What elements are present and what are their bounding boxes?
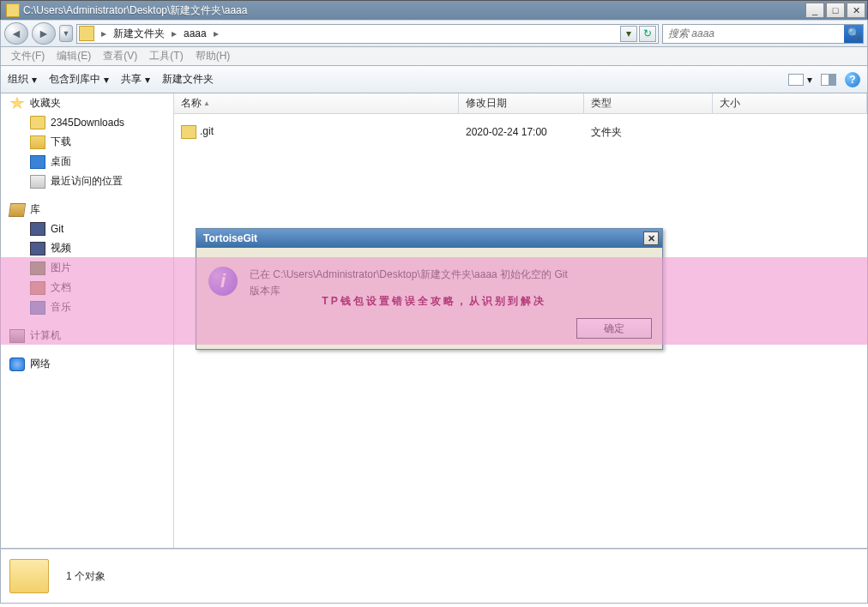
file-size — [713, 130, 867, 134]
folder-icon — [30, 116, 45, 129]
dialog-message: 已在 C:\Users\Administrator\Desktop\新建文件夹\… — [250, 267, 568, 299]
desktop-icon — [30, 155, 45, 169]
pictures-icon — [30, 261, 45, 275]
file-name: .git — [200, 125, 214, 137]
git-icon — [30, 222, 45, 236]
help-icon[interactable]: ? — [845, 72, 860, 87]
address-bar[interactable]: ▸ 新建文件夹 ▸ aaaa ▸ ▾ ↻ — [76, 24, 659, 44]
dialog-title: TortoiseGit — [203, 232, 257, 244]
include-library-button[interactable]: 包含到库中▾ — [49, 72, 109, 87]
sidebar-item-documents[interactable]: 文档 — [1, 278, 173, 297]
menu-bar: 文件(F) 编辑(E) 查看(V) 工具(T) 帮助(H) — [0, 47, 868, 66]
chevron-down-icon: ▾ — [807, 74, 812, 86]
sidebar-libraries[interactable]: 库 — [1, 200, 173, 219]
folder-icon — [9, 559, 49, 593]
sidebar-item-git[interactable]: Git — [1, 219, 173, 238]
sort-asc-icon: ▲ — [203, 99, 210, 107]
breadcrumb-item[interactable]: aaaa — [180, 26, 210, 41]
status-bar: 1 个对象 — [0, 549, 868, 604]
search-box[interactable]: 🔍 — [662, 24, 864, 44]
library-icon — [9, 203, 26, 217]
back-button[interactable]: ◄ — [4, 22, 28, 45]
sidebar-item-pictures[interactable]: 图片 — [1, 258, 173, 278]
close-button[interactable]: ✕ — [847, 3, 865, 18]
menu-tools[interactable]: 工具(T) — [144, 47, 188, 65]
download-icon — [30, 135, 45, 149]
info-icon: i — [208, 267, 238, 296]
col-date[interactable]: 修改日期 — [459, 93, 584, 113]
sidebar: 收藏夹 2345Downloads 下载 桌面 最近访问的位置 库 Git 视频… — [1, 93, 174, 548]
dialog-title-bar[interactable]: TortoiseGit ✕ — [196, 229, 662, 248]
status-text: 1 个对象 — [66, 569, 105, 584]
documents-icon — [30, 281, 45, 295]
column-headers: 名称 ▲ 修改日期 类型 大小 — [174, 93, 867, 114]
organize-button[interactable]: 组织▾ — [8, 72, 37, 87]
tortoisegit-dialog: TortoiseGit ✕ i 已在 C:\Users\Administrato… — [196, 228, 663, 350]
chevron-down-icon: ▾ — [145, 74, 150, 86]
search-button[interactable]: 🔍 — [844, 25, 863, 43]
preview-pane-button[interactable] — [821, 74, 836, 86]
chevron-right-icon[interactable]: ▸ — [98, 26, 110, 41]
window-titlebar: C:\Users\Administrator\Desktop\新建文件夹\aaa… — [0, 0, 868, 20]
file-row[interactable]: .git 2020-02-24 17:00 文件夹 — [174, 123, 867, 141]
window-title: C:\Users\Administrator\Desktop\新建文件夹\aaa… — [23, 3, 804, 18]
ok-button[interactable]: 确定 — [576, 318, 652, 339]
view-options-button[interactable]: ▾ — [788, 74, 812, 86]
sidebar-item-music[interactable]: 音乐 — [1, 297, 173, 317]
video-icon — [30, 242, 45, 255]
file-date: 2020-02-24 17:00 — [459, 124, 584, 140]
col-size[interactable]: 大小 — [713, 93, 867, 113]
breadcrumb-item[interactable]: 新建文件夹 — [110, 25, 168, 43]
sidebar-item-downloads[interactable]: 下载 — [1, 132, 173, 152]
menu-view[interactable]: 查看(V) — [98, 47, 142, 65]
network-icon — [9, 358, 25, 371]
share-button[interactable]: 共享▾ — [121, 72, 150, 87]
nav-row: ◄ ► ▼ ▸ 新建文件夹 ▸ aaaa ▸ ▾ ↻ 🔍 — [0, 20, 868, 47]
folder-icon — [79, 26, 94, 41]
address-dropdown[interactable]: ▾ — [620, 26, 637, 42]
maximize-button[interactable]: □ — [826, 3, 845, 18]
chevron-right-icon[interactable]: ▸ — [210, 26, 222, 41]
chevron-down-icon: ▾ — [104, 74, 109, 86]
minimize-button[interactable]: _ — [805, 3, 824, 18]
dialog-close-button[interactable]: ✕ — [643, 231, 659, 245]
sidebar-network[interactable]: 网络 — [1, 354, 173, 374]
recent-icon — [30, 175, 45, 189]
menu-edit[interactable]: 编辑(E) — [51, 47, 96, 65]
star-icon — [9, 97, 25, 111]
sidebar-item-recent[interactable]: 最近访问的位置 — [1, 171, 173, 191]
folder-icon — [6, 3, 20, 17]
folder-icon — [181, 125, 196, 139]
menu-file[interactable]: 文件(F) — [6, 47, 50, 65]
sidebar-favorites[interactable]: 收藏夹 — [1, 93, 173, 113]
refresh-button[interactable]: ↻ — [639, 26, 656, 42]
history-dropdown[interactable]: ▼ — [59, 25, 73, 42]
sidebar-computer[interactable]: 计算机 — [1, 326, 173, 346]
computer-icon — [9, 329, 25, 343]
sidebar-item-2345downloads[interactable]: 2345Downloads — [1, 113, 173, 132]
forward-button[interactable]: ► — [32, 22, 56, 45]
sidebar-item-desktop[interactable]: 桌面 — [1, 152, 173, 171]
new-folder-button[interactable]: 新建文件夹 — [162, 72, 214, 87]
chevron-right-icon[interactable]: ▸ — [168, 26, 180, 41]
col-name[interactable]: 名称 ▲ — [174, 93, 459, 113]
toolbar: 组织▾ 包含到库中▾ 共享▾ 新建文件夹 ▾ ? — [0, 66, 868, 93]
file-type: 文件夹 — [584, 123, 713, 141]
sidebar-item-video[interactable]: 视频 — [1, 238, 173, 258]
search-input[interactable] — [663, 27, 844, 39]
col-type[interactable]: 类型 — [584, 93, 713, 113]
menu-help[interactable]: 帮助(H) — [190, 47, 236, 65]
chevron-down-icon: ▾ — [32, 74, 37, 86]
music-icon — [30, 301, 45, 315]
